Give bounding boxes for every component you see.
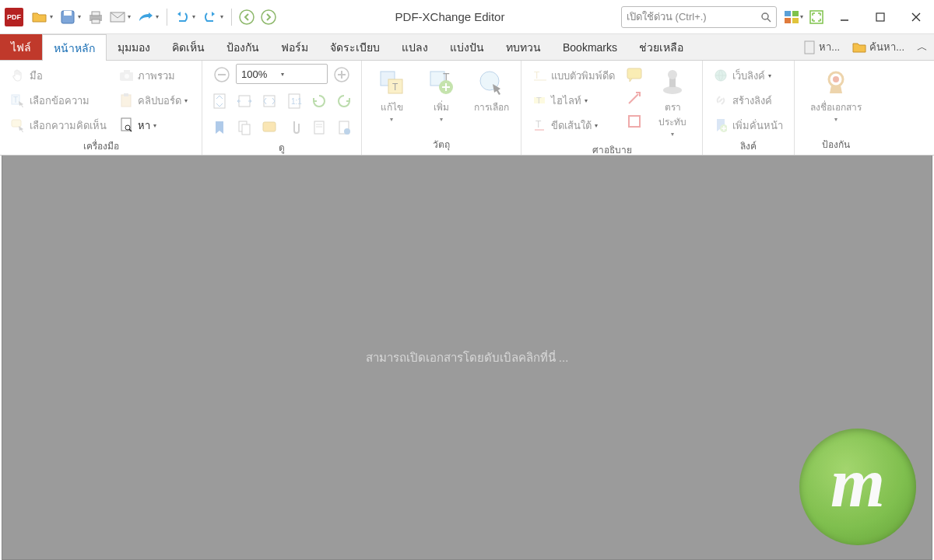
copy-button[interactable]: [234, 117, 255, 138]
rotate-cw-button[interactable]: [333, 90, 355, 112]
clipboard-icon: [119, 93, 133, 107]
typewriter-label: แบบตัวพิมพ์ดีด: [551, 68, 615, 84]
undo-dropdown[interactable]: ▾: [192, 13, 198, 20]
svg-text:T: T: [535, 119, 542, 130]
tab-home[interactable]: หน้าหลัก: [42, 34, 107, 61]
tab-review[interactable]: ทบทวน: [495, 34, 552, 60]
open-button[interactable]: [30, 7, 50, 27]
svg-rect-24: [121, 95, 131, 107]
select-object-button[interactable]: การเลือก: [468, 64, 514, 117]
minimize-button[interactable]: [827, 5, 862, 30]
attach-button[interactable]: [283, 117, 305, 138]
zoom-in-button[interactable]: [331, 64, 353, 86]
maximize-button[interactable]: [862, 5, 898, 30]
tab-protect[interactable]: ป้องกัน: [216, 34, 270, 60]
select-label: การเลือก: [474, 100, 509, 114]
link-icon: [714, 93, 728, 107]
arrow-tool-button[interactable]: [623, 87, 645, 109]
sign-document-button[interactable]: ลงชื่อเอกสาร▾: [801, 64, 871, 126]
open-dropdown[interactable]: ▾: [50, 13, 56, 20]
page-properties-button[interactable]: [308, 117, 330, 138]
zoom-out-button[interactable]: [211, 64, 233, 86]
nav-forward-button[interactable]: [258, 7, 279, 27]
weblinks-button[interactable]: เว็บลิงค์▾: [709, 64, 788, 87]
share-dropdown[interactable]: ▾: [156, 13, 162, 20]
tab-organize[interactable]: จัดระเบียบ: [319, 34, 391, 60]
chevron-down-icon: ▾: [768, 72, 774, 79]
tab-convert[interactable]: แปลง: [391, 34, 439, 60]
ribbon: มือ Tเลือกข้อความ เลือกความคิดเห็น ภาพรว…: [0, 61, 934, 156]
rectangle-tool-button[interactable]: [623, 110, 645, 132]
search-icon: [760, 12, 771, 23]
find-tool[interactable]: หา...: [797, 34, 846, 60]
hand-label: มือ: [30, 68, 43, 84]
highlight-label: ไฮไลท์: [551, 93, 581, 109]
edit-object-button[interactable]: T แก้ไข▾: [368, 64, 415, 126]
actual-size-button[interactable]: 1:1: [283, 90, 305, 112]
search-tool[interactable]: ค้นหา...: [846, 34, 911, 60]
tab-help[interactable]: ช่วยเหลือ: [628, 34, 694, 60]
select-comments-button[interactable]: เลือกความคิดเห็น: [6, 114, 111, 137]
highlight-button[interactable]: Tไฮไลท์▾: [528, 89, 620, 112]
redo-dropdown[interactable]: ▾: [220, 13, 226, 20]
tab-view[interactable]: มุมมอง: [107, 34, 161, 60]
stamp-icon: [657, 67, 688, 98]
app-icon: PDF: [5, 8, 23, 26]
stamp-button[interactable]: ตราประทับ▾: [649, 64, 696, 141]
signature-icon: [820, 67, 851, 98]
svg-rect-13: [792, 18, 799, 23]
zoom-combo[interactable]: 100%▾: [236, 64, 328, 84]
collapse-ribbon-button[interactable]: ︿: [911, 34, 934, 60]
print-button[interactable]: [86, 7, 106, 27]
note-button[interactable]: [258, 117, 280, 138]
email-button[interactable]: [107, 7, 128, 27]
ui-options-button[interactable]: [781, 7, 802, 27]
sticky-note-button[interactable]: [623, 64, 645, 86]
ui-options-dropdown[interactable]: ▾: [800, 13, 806, 20]
redo-button[interactable]: [200, 7, 220, 27]
select-text-label: เลือกข้อความ: [30, 93, 90, 109]
group-links: เว็บลิงค์▾ สร้างลิงค์ เพิ่มคั่นหน้า ลิงค…: [703, 61, 795, 155]
clipboard-button[interactable]: คลิปบอร์ด▾: [114, 89, 195, 112]
find-button[interactable]: หา▾: [114, 114, 195, 137]
tab-comment[interactable]: คิดเห็น: [161, 34, 216, 60]
add-object-button[interactable]: T เพิ่ม▾: [418, 64, 465, 126]
fit-width-button[interactable]: [234, 90, 255, 112]
nav-back-button[interactable]: [237, 7, 257, 27]
page-settings-button[interactable]: [333, 117, 355, 138]
bookmark-pane-button[interactable]: [209, 117, 230, 138]
undo-button[interactable]: [172, 7, 192, 27]
workspace-hint: สามารถเปิดเอกสารโดยดับเบิลคลิกที่นี่ ...: [366, 348, 569, 367]
tab-spacer: [694, 34, 797, 60]
hand-tool-button[interactable]: มือ: [6, 64, 111, 87]
typewriter-button[interactable]: Tแบบตัวพิมพ์ดีด: [528, 64, 620, 87]
fit-visible-button[interactable]: [258, 90, 280, 112]
email-dropdown[interactable]: ▾: [128, 13, 134, 20]
tab-form[interactable]: ฟอร์ม: [270, 34, 319, 60]
close-button[interactable]: [898, 5, 934, 30]
document-workspace[interactable]: สามารถเปิดเอกสารโดยดับเบิลคลิกที่นี่ ...…: [2, 156, 932, 560]
add-icon: T: [426, 67, 457, 98]
underline-button[interactable]: Tขีดเส้นใต้▾: [528, 114, 620, 137]
share-button[interactable]: [135, 7, 156, 27]
save-dropdown[interactable]: ▾: [78, 13, 84, 20]
fit-page-button[interactable]: [209, 90, 230, 112]
create-link-button[interactable]: สร้างลิงค์: [709, 89, 788, 112]
snapshot-button[interactable]: ภาพรวม: [114, 64, 195, 87]
save-button[interactable]: [58, 7, 78, 27]
select-text-button[interactable]: Tเลือกข้อความ: [6, 89, 111, 112]
group-annotate: Tแบบตัวพิมพ์ดีด Tไฮไลท์▾ Tขีดเส้นใต้▾ ตร…: [521, 61, 703, 155]
create-link-label: สร้างลิงค์: [732, 93, 772, 109]
chevron-down-icon: ▾: [595, 122, 601, 129]
add-bookmark-button[interactable]: เพิ่มคั่นหน้า: [709, 114, 788, 137]
group-objects-label: วัตถุ: [368, 135, 514, 155]
tab-share[interactable]: แบ่งปัน: [439, 34, 495, 60]
find-label: หา...: [819, 39, 840, 55]
underline-icon: T: [532, 118, 546, 132]
tab-bookmarks[interactable]: Bookmarks: [552, 34, 628, 60]
watermark-logo: m: [799, 429, 916, 545]
rotate-ccw-button[interactable]: [308, 90, 330, 112]
quick-launch-input[interactable]: เปิดใช้ด่วน (Ctrl+.): [621, 6, 777, 28]
fullscreen-button[interactable]: [806, 7, 827, 27]
tab-file[interactable]: ไฟล์: [0, 34, 42, 60]
